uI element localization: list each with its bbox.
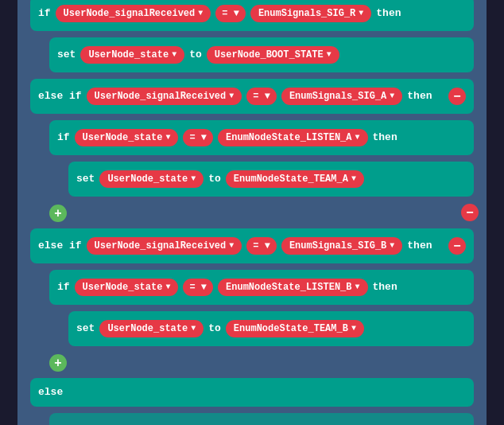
sub-then-3: then	[373, 281, 397, 293]
set-row-1: set UserNode_state ▼ to UserNode_BOOT_ST…	[57, 44, 466, 66]
collapse-else-button[interactable]: −	[461, 204, 479, 221]
boot-arrow: ▼	[327, 50, 331, 59]
state-arrow-1: ▼	[172, 50, 176, 59]
sub-set-kw-3: set	[76, 322, 95, 334]
listen-b-pill[interactable]: EnumNodeState_LISTEN_B ▼	[218, 279, 367, 296]
enum-arrow-2: ▼	[390, 92, 394, 100]
sub-if-row-2: if UserNode_state ▼ = ▼ EnumNodeState_LI…	[57, 127, 466, 149]
dropdown-arrow-3: ▼	[229, 241, 234, 250]
sub-state-pill-2[interactable]: UserNode_state ▼	[75, 129, 179, 146]
sub-if-block-2: if UserNode_state ▼ = ▼ EnumNodeState_LI…	[49, 120, 474, 155]
main-container: function onDatagramRecipt if UserNode_si…	[17, 0, 487, 425]
else-if-block-2: else if UserNode_signalReceived ▼ = ▼ En…	[30, 79, 474, 114]
else-keyword: else	[38, 386, 63, 398]
collapse-button-3[interactable]: −	[448, 237, 466, 255]
set-block-1: set UserNode_state ▼ to UserNode_BOOT_ST…	[49, 37, 474, 72]
sub-op-arrow-3: ▼	[201, 282, 207, 293]
enum-sig-a-pill[interactable]: EnumSignals_SIG_A ▼	[281, 88, 402, 105]
op-arrow-1: ▼	[234, 8, 239, 19]
sub-state-pill2-3[interactable]: UserNode_state ▼	[99, 320, 204, 337]
sub-set-kw-2: set	[76, 173, 95, 185]
then-keyword-3: then	[407, 240, 432, 251]
sub-if-keyword-3: if	[57, 281, 70, 293]
else-if-keyword-3: else if	[38, 240, 82, 251]
op-arrow-3: ▼	[265, 240, 270, 251]
sub-if-keyword-2: if	[57, 131, 70, 143]
enum-arrow-3: ▼	[390, 241, 394, 250]
if-keyword-1: if	[38, 7, 51, 19]
if-row-1: if UserNode_signalReceived ▼ = ▼ EnumSig…	[38, 2, 466, 25]
team-a-pill[interactable]: EnumNodeState_TEAM_A ▼	[226, 170, 364, 188]
sub-set-block-2: set UserNode_state ▼ to EnumNodeState_TE…	[68, 162, 474, 197]
sub-state-arrow-3: ▼	[165, 283, 170, 291]
signal-received-pill-1[interactable]: UserNode_signalReceived ▼	[56, 5, 211, 22]
sub-op-pill-2[interactable]: = ▼	[183, 129, 213, 146]
else-block: else −	[30, 378, 474, 407]
signal-received-pill-3[interactable]: UserNode_signalReceived ▼	[87, 237, 242, 255]
collapse-button-2[interactable]: −	[448, 88, 466, 105]
to-keyword-1: to	[189, 49, 202, 60]
team-b-arrow: ▼	[351, 324, 356, 333]
sub-state2-arrow: ▼	[191, 174, 196, 183]
listen-b-arrow: ▼	[355, 283, 360, 291]
then-keyword-1: then	[376, 7, 401, 19]
sub-to-2: to	[208, 173, 221, 185]
state-var-pill-1[interactable]: UserNode_state ▼	[80, 46, 184, 64]
listen-a-arrow: ▼	[355, 133, 360, 142]
add-button-3[interactable]: +	[49, 354, 67, 372]
else-if-keyword-2: else if	[38, 90, 82, 102]
else-if-row-2: else if UserNode_signalReceived ▼ = ▼ En…	[38, 85, 466, 107]
enum-sig-r-pill[interactable]: EnumSignals_SIG_R ▼	[250, 5, 371, 22]
sub-state-pill-3[interactable]: UserNode_state ▼	[75, 279, 179, 296]
op-pill-1[interactable]: = ▼	[215, 5, 246, 22]
else-if-block-3: else if UserNode_signalReceived ▼ = ▼ En…	[30, 228, 474, 263]
plus-row-3: +	[49, 353, 474, 373]
sub-state-arrow-2: ▼	[165, 133, 170, 142]
if-block-1: if UserNode_signalReceived ▼ = ▼ EnumSig…	[30, 0, 474, 31]
then-keyword-2: then	[407, 90, 432, 102]
sub-op-pill-3[interactable]: = ▼	[183, 279, 213, 296]
sub-to-3: to	[208, 322, 221, 334]
op-pill-2[interactable]: = ▼	[246, 88, 277, 105]
else-if-row-3: else if UserNode_signalReceived ▼ = ▼ En…	[38, 235, 466, 257]
listen-a-pill[interactable]: EnumNodeState_LISTEN_A ▼	[218, 129, 367, 146]
sub-state2-arrow-3: ▼	[191, 324, 196, 333]
team-a-arrow: ▼	[351, 174, 356, 183]
sub-set-row-2: set UserNode_state ▼ to EnumNodeState_TE…	[76, 168, 466, 190]
sub-set-row-3: set UserNode_state ▼ to EnumNodeState_TE…	[76, 318, 466, 340]
plus-row-2: +	[49, 203, 474, 224]
enum-sig-b-pill[interactable]: EnumSignals_SIG_B ▼	[281, 237, 402, 255]
dropdown-arrow-2: ▼	[229, 92, 234, 100]
op-pill-3[interactable]: = ▼	[246, 237, 277, 255]
boot-state-pill[interactable]: UserNode_BOOT_STATE ▼	[207, 46, 339, 64]
else-empty-block	[49, 413, 474, 426]
signal-received-pill-2[interactable]: UserNode_signalReceived ▼	[87, 88, 242, 105]
add-button-2[interactable]: +	[49, 205, 67, 222]
dropdown-arrow-1: ▼	[198, 9, 203, 18]
sub-if-row-3: if UserNode_state ▼ = ▼ EnumNodeState_LI…	[57, 276, 466, 298]
sub-op-arrow-2: ▼	[201, 132, 207, 143]
sub-set-block-3: set UserNode_state ▼ to EnumNodeState_TE…	[68, 311, 474, 346]
set-keyword-1: set	[57, 49, 76, 60]
team-b-pill[interactable]: EnumNodeState_TEAM_B ▼	[226, 320, 364, 337]
op-arrow-2: ▼	[265, 91, 270, 102]
sub-state-pill2-2[interactable]: UserNode_state ▼	[99, 170, 204, 188]
sub-then-2: then	[373, 131, 397, 143]
sub-if-block-3: if UserNode_state ▼ = ▼ EnumNodeState_LI…	[49, 270, 474, 305]
enum-arrow-1: ▼	[359, 9, 363, 18]
